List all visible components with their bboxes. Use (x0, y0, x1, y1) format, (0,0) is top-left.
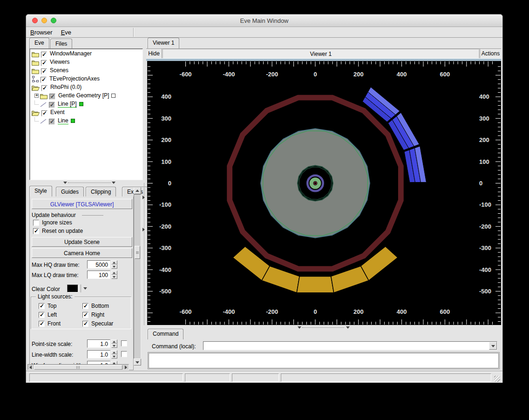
light-checkbox-right[interactable]: Right (82, 312, 104, 318)
tree-item-checkbox[interactable] (41, 77, 47, 83)
spinner-max-lq-draw-time--value[interactable]: 100 (87, 271, 110, 279)
spin-up-button[interactable] (111, 271, 117, 275)
splitter-arrow-icon[interactable] (142, 196, 145, 199)
tab-scroll-up-button[interactable] (134, 187, 141, 194)
spinner-max-hq-draw-time--value[interactable]: 5000 (87, 260, 110, 269)
light-checkbox-top-checkbox[interactable] (39, 303, 45, 309)
spin-down-button[interactable] (111, 354, 117, 359)
splitter-arrow-icon[interactable] (112, 182, 115, 184)
tab-files[interactable]: Files (50, 39, 72, 48)
tab-clipping[interactable]: Clipping (86, 187, 116, 196)
spin-down-button[interactable] (111, 275, 117, 279)
scale-point-size-scale--value[interactable]: 1.0 (87, 339, 110, 348)
light-checkbox-specular-checkbox[interactable] (82, 321, 88, 327)
scale-line-width-scale--spin-buttons[interactable] (111, 350, 117, 359)
light-checkbox-specular[interactable]: Specular (82, 320, 113, 327)
tree-item-line-p-[interactable]: Line [P] (34, 101, 83, 109)
svg-text:-200: -200 (479, 223, 491, 230)
scroll-down-button[interactable] (134, 359, 141, 366)
hscrollbar-thumb[interactable] (34, 365, 122, 370)
eve-scene-tree[interactable]: WindowManagerViewersScenesTEveProjection… (29, 48, 143, 180)
spin-up-button[interactable] (111, 350, 117, 354)
tab-style[interactable]: Style (29, 186, 52, 196)
clear-color-swatch[interactable] (67, 285, 78, 292)
tree-item-windowmanager[interactable]: WindowManager (32, 50, 92, 59)
vscrollbar-thumb[interactable] (135, 246, 140, 259)
svg-text:0: 0 (168, 180, 171, 187)
tree-item-checkbox[interactable] (49, 94, 55, 100)
checkbox-reset-on-update[interactable]: Reset on update (33, 228, 83, 235)
spin-down-button[interactable] (111, 264, 117, 269)
rho-phi-event-display[interactable]: -600-600-400-400-200-2000020020040040060… (147, 61, 501, 325)
light-checkbox-top[interactable]: Top (39, 303, 56, 310)
splitter-arrow-icon[interactable] (142, 228, 145, 231)
tree-item-teveprojectionaxes[interactable]: TEveProjectionAxes (32, 75, 100, 84)
menu-item-eve[interactable]: Eve (57, 27, 75, 37)
tree-item-rhophi-0-0-[interactable]: RhoPhi (0.0) (32, 84, 81, 92)
tree-item-scenes[interactable]: Scenes (32, 67, 68, 75)
checkbox-reset-on-update-checkbox[interactable] (33, 228, 39, 234)
tree-item-gentle-geometry-p-[interactable]: Gentle Geometry [P] (34, 92, 115, 101)
light-checkbox-left-checkbox[interactable] (39, 312, 45, 318)
tree-item-checkbox[interactable] (41, 60, 47, 66)
light-checkbox-front[interactable]: Front (39, 320, 61, 327)
splitter-arrow-icon[interactable] (298, 326, 301, 329)
horizontal-splitter[interactable] (146, 326, 501, 329)
command-combobox[interactable] (203, 341, 497, 350)
actions-button[interactable]: Actions (480, 49, 501, 59)
light-checkbox-bottom-checkbox[interactable] (82, 303, 88, 309)
light-checkbox-right-checkbox[interactable] (82, 312, 88, 318)
scroll-right-icon[interactable] (125, 366, 127, 369)
command-input[interactable] (204, 342, 488, 349)
checkbox-ignore-sizes[interactable]: Ignore sizes (33, 219, 72, 226)
titlebar[interactable]: Eve Main Window (26, 14, 502, 27)
expand-icon[interactable] (34, 94, 39, 98)
light-checkbox-front-checkbox[interactable] (39, 321, 45, 327)
spinner-max-hq-draw-time--spin-buttons[interactable] (111, 260, 117, 269)
update-scene-button[interactable]: Update Scene (32, 237, 132, 247)
menu-item-browser[interactable]: Browser (26, 27, 57, 37)
vertical-splitter[interactable] (144, 183, 144, 325)
spin-up-button[interactable] (111, 339, 117, 344)
splitter-arrow-icon[interactable] (63, 182, 67, 184)
camera-home-button[interactable]: Camera Home (32, 248, 132, 258)
tree-item-checkbox[interactable] (41, 110, 47, 116)
tree-item-event[interactable]: Event (32, 109, 65, 117)
scroll-left-icon[interactable] (29, 366, 32, 369)
spin-down-button[interactable] (111, 344, 117, 348)
tab-guides[interactable]: Guides (56, 187, 84, 196)
tree-item-checkbox[interactable] (49, 102, 55, 108)
tab-eve[interactable]: Eve (29, 38, 49, 48)
svg-text:-500: -500 (159, 288, 171, 295)
light-checkbox-bottom[interactable]: Bottom (82, 303, 109, 310)
hide-button[interactable]: Hide (146, 49, 162, 59)
tree-item-checkbox[interactable] (41, 52, 47, 58)
resize-grip[interactable] (494, 376, 500, 382)
scale-line-width-scale--value[interactable]: 1.0 (87, 350, 110, 359)
light-checkbox-top-label: Top (47, 303, 56, 309)
light-checkbox-left[interactable]: Left (39, 312, 57, 318)
gl-viewport[interactable]: -600-600-400-400-200-2000020020040040060… (147, 61, 501, 325)
tab-command[interactable]: Command (148, 329, 183, 339)
splitter-dots (68, 183, 111, 183)
spinner-max-lq-draw-time--spin-buttons[interactable] (111, 271, 117, 279)
checkbox-ignore-sizes-checkbox[interactable] (33, 220, 39, 226)
command-output-area[interactable] (149, 353, 499, 368)
tree-item-checkbox[interactable] (41, 68, 47, 75)
spin-up-button[interactable] (111, 260, 117, 264)
tree-item-line[interactable]: Line (34, 117, 75, 126)
scale-line-width-scale--checkbox[interactable] (121, 351, 127, 357)
clear-color-dropdown-button[interactable] (81, 285, 88, 292)
tree-item-checkbox[interactable] (41, 85, 47, 91)
tree-item-checkbox[interactable] (49, 119, 55, 125)
combobox-dropdown-button[interactable] (489, 342, 497, 350)
glviewer-button[interactable]: GLViewer [TGLSAViewer] (32, 199, 132, 209)
scale-point-size-scale--spin-buttons[interactable] (111, 339, 117, 348)
scale-point-size-scale--checkbox[interactable] (121, 340, 127, 346)
tab-viewer-1[interactable]: Viewer 1 (148, 38, 179, 48)
splitter-arrow-icon[interactable] (346, 326, 350, 329)
tree-item-viewers[interactable]: Viewers (32, 59, 69, 67)
style-panel-vscrollbar[interactable] (134, 194, 141, 366)
horizontal-splitter[interactable] (29, 181, 143, 184)
style-panel-hscrollbar[interactable] (27, 364, 129, 370)
